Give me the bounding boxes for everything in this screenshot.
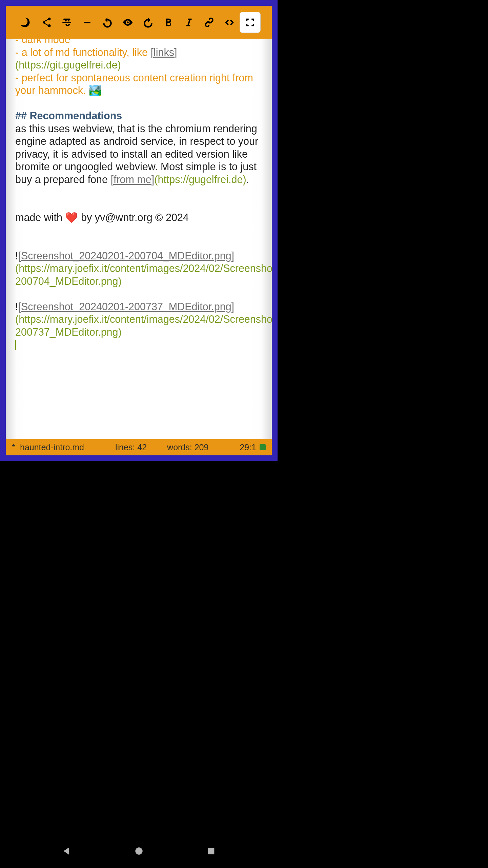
image-2-url: (https://mary.joefix.it/content/images/2… [15,313,272,338]
minus-icon [81,17,93,28]
android-frame: - dark mode - a lot of md functionality,… [0,0,278,461]
horizontal-rule-button[interactable] [77,12,97,33]
heading-recommendations: ## Recommendations [15,110,122,121]
image-2-alt: [Screenshot_20240201-200737_MDEditor.png… [18,301,234,312]
strikethrough-button[interactable] [57,12,77,33]
italic-icon [183,17,195,28]
status-bar: * haunted-intro.md lines: 42 words: 209 … [6,439,272,455]
svg-rect-0 [84,21,90,23]
image-1-alt: [Screenshot_20240201-200704_MDEditor.png… [18,250,234,261]
image-1-url: (https://mary.joefix.it/content/images/2… [15,262,272,287]
link-button[interactable] [199,12,219,33]
cursor-position: 29:1 [240,442,256,452]
mdeditor-app: - dark mode - a lot of md functionality,… [6,6,272,455]
modified-indicator: * [12,442,20,452]
fullscreen-button[interactable] [240,12,261,33]
toolbar [6,6,272,39]
link-icon [203,17,215,28]
text-cursor [15,340,16,350]
eye-icon [122,17,134,28]
moon-icon [20,17,32,28]
links-url: (https://git.gugelfrei.de) [15,59,121,71]
redo-button[interactable] [138,12,158,33]
recommendations-end: . [246,174,249,185]
filename-label: haunted-intro.md [20,442,84,452]
list-item-1: - dark mode [15,39,70,45]
editor-content: - dark mode - a lot of md functionality,… [15,39,262,351]
italic-button[interactable] [179,12,199,33]
preview-button[interactable] [118,12,138,33]
line-count: lines: 42 [115,442,147,452]
list-item-2-prefix: - a lot of md functionality, like [15,46,151,58]
strikethrough-icon [61,17,73,28]
redo-icon [142,17,154,28]
code-icon [224,17,235,28]
undo-icon [102,17,113,28]
fullscreen-icon [244,17,256,28]
links-link: [links] [151,46,177,58]
share-icon [41,17,52,28]
list-item-3: - perfect for spontaneous content creati… [15,72,253,96]
code-button[interactable] [219,12,240,33]
from-me-link: [from me] [111,174,155,185]
bold-button[interactable] [158,12,179,33]
markdown-editor[interactable]: - dark mode - a lot of md functionality,… [6,39,272,439]
made-with-footer: made with ❤️ by yv@wntr.org © 2024 [15,212,189,223]
dark-mode-toggle[interactable] [16,12,36,33]
share-button[interactable] [36,12,57,33]
undo-button[interactable] [97,12,118,33]
bold-icon [163,17,174,28]
from-me-url: (https://gugelfrei.de) [154,174,246,185]
save-status-dot [260,444,266,450]
word-count: words: 209 [167,442,208,452]
